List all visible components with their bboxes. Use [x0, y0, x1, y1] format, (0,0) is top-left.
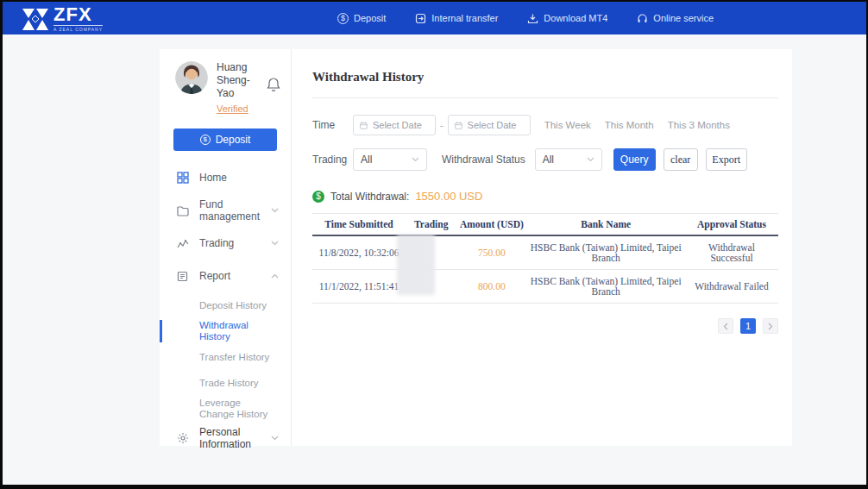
export-button[interactable]: Export — [706, 148, 747, 171]
time-label: Time — [312, 119, 353, 131]
cell-trading-account-redacted — [406, 235, 456, 270]
brand-logo[interactable]: ZFX A ZEAL COMPANY — [22, 5, 103, 32]
brand-tagline: A ZEAL COMPANY — [53, 25, 103, 32]
sidebar-item-fund-label: Fund management — [199, 198, 271, 223]
chevron-right-icon — [768, 323, 773, 330]
total-withdrawal-row: $ Total Withdrawal: 1550.00 USD — [312, 190, 778, 203]
query-button[interactable]: Query — [613, 148, 656, 171]
col-header-bank-name: Bank Name — [526, 214, 685, 236]
pagination-prev-button[interactable] — [718, 318, 733, 334]
sidebar-item-report-label: Report — [199, 270, 271, 282]
clear-button[interactable]: clear — [664, 148, 698, 171]
page-title: Withdrawal History — [312, 70, 778, 85]
cell-amount: 750.00 — [456, 235, 526, 270]
submenu-deposit-history-label: Deposit History — [199, 300, 267, 311]
withdrawal-table: Time Submitted Trading Amount (USD) Bank… — [312, 213, 778, 304]
submenu-deposit-history[interactable]: Deposit History — [160, 292, 291, 318]
pagination-next-button[interactable] — [763, 318, 778, 334]
trading-select[interactable]: All — [353, 148, 427, 171]
nav-internal-transfer[interactable]: Internal transfer — [415, 13, 498, 24]
total-withdrawal-value: 1550.00 USD — [415, 190, 482, 203]
sidebar-item-fund-management[interactable]: Fund management — [160, 194, 291, 227]
cell-amount: 800.00 — [456, 270, 526, 304]
quick-link-this-month[interactable]: This Month — [605, 120, 654, 130]
page: ZFX A ZEAL COMPANY $ Deposit Internal tr… — [3, 2, 866, 485]
sidebar-deposit-button[interactable]: $ Deposit — [173, 129, 277, 151]
chevron-down-icon — [587, 157, 594, 162]
chevron-down-icon — [271, 436, 279, 441]
brand-name: ZFX — [53, 5, 103, 24]
calendar-icon — [455, 121, 462, 130]
calendar-icon — [360, 121, 368, 130]
submenu-leverage-change-history[interactable]: Leverage Change History — [160, 396, 280, 422]
screen-frame: ZFX A ZEAL COMPANY $ Deposit Internal tr… — [0, 0, 868, 489]
submenu-withdrawal-history[interactable]: Withdrawal History — [160, 318, 291, 344]
nav-online-service-label: Online service — [653, 13, 714, 23]
sidebar-item-home[interactable]: Home — [160, 161, 291, 194]
submenu-transfer-history[interactable]: Transfer History — [160, 344, 291, 370]
submenu-withdrawal-history-label: Withdrawal History — [199, 320, 279, 342]
main-content: Withdrawal History Time - — [292, 49, 792, 446]
sidebar-item-report[interactable]: Report — [160, 260, 291, 292]
folder-icon — [177, 205, 190, 216]
cell-time-submitted: 11/8/2022, 10:32:06 — [312, 235, 406, 270]
sidebar-item-personal-information-label: Personal Information — [199, 426, 271, 450]
date-to-input[interactable] — [448, 115, 531, 135]
pagination-page-1[interactable]: 1 — [740, 318, 756, 334]
notification-bell-icon[interactable] — [267, 77, 280, 96]
chevron-down-icon — [271, 241, 279, 246]
trading-select-value: All — [361, 154, 372, 166]
submenu-leverage-change-history-label: Leverage Change History — [199, 398, 268, 420]
zfx-logo-icon — [22, 8, 49, 31]
user-name: Huang Sheng-Yao — [217, 61, 267, 100]
quick-link-this-3-months[interactable]: This 3 Months — [668, 120, 730, 130]
date-from-input[interactable] — [353, 115, 436, 135]
submenu-transfer-history-label: Transfer History — [199, 352, 269, 363]
pagination: 1 — [312, 318, 778, 334]
date-range-separator: - — [440, 120, 443, 130]
cell-bank-name: HSBC Bank (Taiwan) Limited, Taipei Branc… — [526, 235, 685, 270]
top-nav: $ Deposit Internal transfer Download MT4 — [337, 2, 714, 34]
download-icon — [527, 13, 538, 24]
home-grid-icon — [177, 172, 190, 184]
col-header-trading: Trading — [406, 214, 456, 236]
withdrawal-status-label: Withdrawal Status — [442, 154, 525, 166]
trading-chart-icon — [177, 238, 190, 248]
table-row: 11/1/2022, 11:51:41 800.00 HSBC Bank (Ta… — [312, 270, 778, 304]
gear-icon — [177, 432, 190, 444]
cell-time-submitted: 11/1/2022, 11:51:41 — [312, 270, 406, 304]
nav-online-service[interactable]: Online service — [637, 13, 714, 24]
nav-download-mt4[interactable]: Download MT4 — [527, 13, 607, 24]
withdrawal-status-select[interactable]: All — [535, 148, 602, 171]
time-filter-row: Time - This Week This Month This 3 Month — [312, 115, 778, 135]
report-document-icon — [177, 271, 190, 282]
dollar-circle-icon: $ — [337, 13, 349, 24]
profile-block: Huang Sheng-Yao Verified — [160, 61, 291, 116]
trading-label: Trading — [312, 154, 353, 166]
total-withdrawal-label: Total Withdrawal: — [330, 191, 409, 203]
table-header-row: Time Submitted Trading Amount (USD) Bank… — [312, 214, 778, 236]
cell-trading-account-redacted — [406, 270, 456, 304]
col-header-time-submitted: Time Submitted — [312, 214, 406, 236]
sidebar-item-home-label: Home — [199, 172, 279, 184]
quick-link-this-week[interactable]: This Week — [544, 120, 591, 130]
cell-bank-name: HSBC Bank (Taiwan) Limited, Taipei Branc… — [526, 270, 685, 304]
report-submenu: Deposit History Withdrawal History Trans… — [160, 292, 291, 422]
cell-approval-status: Withdrawal Failed — [685, 270, 778, 304]
internal-transfer-icon — [415, 13, 426, 24]
nav-deposit[interactable]: $ Deposit — [337, 13, 386, 24]
status-filter-row: Trading All Withdrawal Status All Query … — [312, 148, 778, 171]
col-header-approval-status: Approval Status — [685, 214, 778, 236]
dollar-badge-icon: $ — [312, 191, 324, 203]
title-divider — [312, 97, 778, 98]
submenu-trade-history[interactable]: Trade History — [160, 370, 291, 396]
sidebar-item-trading[interactable]: Trading — [160, 227, 291, 260]
sidebar-item-trading-label: Trading — [199, 237, 271, 249]
verified-link[interactable]: Verified — [217, 103, 248, 114]
sidebar: Huang Sheng-Yao Verified $ Deposit — [160, 49, 292, 446]
sidebar-deposit-label: Deposit — [216, 134, 251, 146]
avatar[interactable] — [175, 61, 208, 94]
submenu-trade-history-label: Trade History — [199, 378, 259, 389]
nav-download-mt4-label: Download MT4 — [544, 13, 607, 23]
sidebar-item-personal-information[interactable]: Personal Information — [160, 422, 291, 455]
